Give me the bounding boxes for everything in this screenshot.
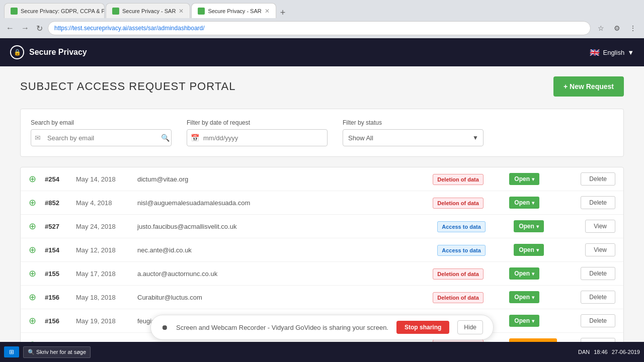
type-badge: Deletion of data [433,174,484,185]
date-filter-input[interactable] [187,129,328,146]
expand-icon[interactable]: ⊕ [29,268,39,279]
email-search-input[interactable] [31,129,172,146]
type-badge: Deletion of data [433,292,484,303]
record-icon: ⏺ [161,323,168,331]
stop-sharing-button[interactable]: Stop sharing [396,321,449,334]
status-filter-group: Filter by status Show All Open In Progre… [343,119,484,146]
status-button[interactable]: Open ▾ [509,315,539,327]
action-button[interactable]: Delete [581,291,615,304]
action-button[interactable]: View [585,243,615,256]
browser-tabs: Secure Privacy: GDPR, CCPA & P... ✕ Secu… [4,0,288,18]
new-request-button[interactable]: + New Request [553,76,624,97]
row-email: dictum@vitae.org [137,175,427,183]
status-button[interactable]: Open ▾ [509,291,539,303]
row-type: Access to data [437,223,508,230]
logo-area: 🔒 Secure Privacy [10,45,87,59]
tab-close-2[interactable]: ✕ [179,8,184,15]
taskbar-search[interactable]: 🔍 Skriv her for at søge [23,346,91,358]
status-filter-label: Filter by status [343,119,484,126]
address-bar[interactable]: https://test.secureprivacy.ai/assets/sar… [48,21,591,35]
menu-icon[interactable]: ⋮ [626,21,640,35]
expand-icon[interactable]: ⊕ [29,292,39,303]
status-button[interactable]: Open ▾ [509,267,539,280]
tab-label-2: Secure Privacy - SAR [122,8,176,14]
taskbar-layout: DAN [578,349,590,355]
row-id: #254 [45,175,70,183]
taskbar-search-label: Skriv her for at søge [36,349,86,355]
row-date: May 18, 2018 [76,294,131,301]
new-tab-button[interactable]: + [277,8,289,18]
caret-icon: ▾ [532,200,534,206]
table-row: ⊕ #852 May 4, 2018 nisl@auguemalesuadama… [21,191,623,215]
row-id: #156 [45,317,70,325]
table-row: ⊕ #155 May 17, 2018 a.auctor@auctornunc.… [21,262,623,286]
address-text: https://test.secureprivacy.ai/assets/sar… [54,25,584,32]
expand-icon[interactable]: ⊕ [29,244,39,255]
language-selector[interactable]: 🇬🇧 English ▼ [590,48,634,57]
address-bar-row: ← → ↻ https://test.secureprivacy.ai/asse… [0,18,644,38]
row-type: Access to data [437,246,508,254]
tab-1[interactable]: Secure Privacy: GDPR, CCPA & P... ✕ [4,3,105,18]
table-row: ⊕ #154 May 12, 2018 nec.ante@id.co.uk Ac… [21,238,623,262]
taskbar-date: 27-06-2019 [612,349,640,355]
expand-icon[interactable]: ⊕ [29,173,39,185]
table-row: ⊕ #254 May 14, 2018 dictum@vitae.org Del… [21,167,623,191]
action-button[interactable]: Delete [581,267,615,280]
type-badge: Access to data [437,221,486,232]
table-row: ⊕ #527 May 24, 2018 justo.faucibus@acmal… [21,215,623,238]
type-badge: Access to data [437,245,486,256]
status-button[interactable]: Open ▾ [514,220,544,232]
caret-icon: ▾ [532,295,534,300]
bookmark-icon[interactable]: ☆ [594,21,608,35]
taskbar-right: DAN 18:46 27-06-2019 [578,349,640,355]
browser-tab-bar: Secure Privacy: GDPR, CCPA & P... ✕ Secu… [0,0,644,18]
logo-text: Secure Privacy [29,48,87,57]
row-status: Open ▾ [509,291,575,303]
row-actions: Delete [581,314,615,327]
action-button[interactable]: Delete [581,196,615,209]
email-icon: ✉ [35,134,41,142]
taskbar-items: 🔍 Skriv her for at søge [23,346,91,358]
action-button[interactable]: View [585,220,615,233]
row-date: May 17, 2018 [76,270,131,278]
date-filter-label: Filter by date of request [187,119,328,126]
type-badge: Deletion of data [433,268,484,280]
email-filter-group: Search by email ✉ 🔍 [31,119,172,146]
back-button[interactable]: ← [4,22,16,35]
logo-icon: 🔒 [10,45,24,59]
row-type: Deletion of data [433,294,503,301]
row-id: #852 [45,199,70,207]
action-button[interactable]: Delete [581,314,615,327]
forward-button[interactable]: → [19,22,31,35]
tab-favicon-3 [198,8,205,15]
caret-icon: ▾ [536,247,539,253]
row-email: justo.faucibus@acmallisvelit.co.uk [137,223,431,230]
hide-button[interactable]: Hide [457,320,483,334]
status-filter-select[interactable]: Show All Open In Progress Closed [343,129,484,146]
row-email: a.auctor@auctornunc.co.uk [137,270,427,278]
row-status: Open ▾ [509,267,575,280]
status-button[interactable]: Open ▾ [509,197,539,209]
taskbar-time: 18:46 [594,349,608,355]
language-caret-icon: ▼ [627,49,634,56]
tab-close-3[interactable]: ✕ [265,8,270,15]
expand-icon[interactable]: ⊕ [29,197,39,208]
email-search-button[interactable]: 🔍 [161,134,170,142]
extensions-icon[interactable]: ⚙ [610,21,624,35]
status-select-wrap: Show All Open In Progress Closed ▼ [343,129,484,146]
status-button[interactable]: Open ▾ [514,244,544,256]
expand-icon[interactable]: ⊕ [29,221,39,232]
tab-favicon-2 [112,8,119,15]
taskbar: ⊞ 🔍 Skriv her for at søge DAN 18:46 27-0… [0,342,644,362]
type-badge: Deletion of data [433,198,484,209]
toolbar-icons: ☆ ⚙ ⋮ [594,21,640,35]
tab-3[interactable]: Secure Privacy - SAR ✕ [191,3,276,18]
start-button[interactable]: ⊞ [4,346,19,357]
tab-2[interactable]: Secure Privacy - SAR ✕ [106,3,190,18]
action-button[interactable]: Delete [581,172,615,186]
refresh-button[interactable]: ↻ [34,22,45,35]
expand-icon[interactable]: ⊕ [29,315,39,326]
row-status: Open ▾ [514,244,579,256]
status-button[interactable]: Open ▾ [509,173,539,185]
calendar-icon: 📅 [191,134,199,142]
